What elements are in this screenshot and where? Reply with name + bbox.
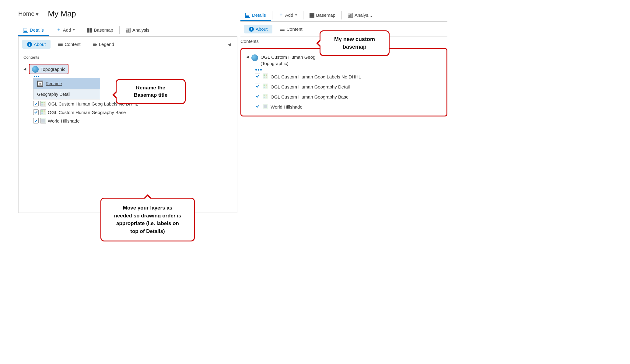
right-toolbar: Details ＋ Add ▾ Basemap Analys... — [240, 9, 447, 22]
right-dot-3 — [260, 69, 262, 71]
svg-rect-3 — [44, 104, 45, 106]
home-link[interactable]: Home ▾ — [18, 10, 39, 18]
geography-detail-label: Geography Detail — [37, 92, 70, 97]
rename-icon: Tx — [37, 81, 43, 87]
svg-rect-16 — [266, 87, 267, 88]
svg-rect-17 — [264, 95, 265, 96]
svg-rect-15 — [264, 87, 265, 88]
expand-arrow: ◀ — [23, 67, 27, 71]
left-sub-tabs: i About Content Legend ◀ — [19, 37, 237, 52]
svg-rect-0 — [41, 102, 43, 103]
right-toolbar-divider-3 — [341, 11, 342, 19]
analysis-label: Analysis — [132, 27, 149, 33]
legend-icon — [93, 43, 97, 46]
right-basemap-button[interactable]: Basemap — [305, 10, 340, 21]
legend-label: Legend — [99, 42, 114, 47]
topographic-label: Topographic — [40, 67, 65, 72]
rename-menu-item[interactable]: Tx Rename — [33, 78, 100, 89]
dot-1 — [34, 76, 35, 77]
rename-basemap-callout: Rename theBasemap title — [116, 79, 186, 104]
left-panel-content: i About Content Legend ◀ Contents — [18, 36, 237, 213]
checkbox-2[interactable] — [33, 109, 39, 115]
right-globe-icon — [251, 54, 258, 61]
svg-rect-2 — [41, 104, 43, 106]
right-add-label: Add — [285, 12, 293, 18]
right-sub-layer-2-name: OGL Custom Human Geography Detail — [271, 84, 350, 90]
add-dropdown-icon: ▾ — [73, 28, 75, 32]
right-tile-icon-4 — [263, 104, 268, 109]
right-checkbox-2[interactable] — [255, 84, 260, 89]
right-checkbox-1[interactable] — [255, 74, 260, 79]
right-tile-icon-3 — [263, 94, 268, 99]
sub-layer-2[interactable]: OGL Custom Human Geography Base — [19, 108, 237, 116]
svg-rect-19 — [264, 97, 265, 98]
right-about-label: About — [256, 26, 268, 32]
home-dropdown-icon[interactable]: ▾ — [36, 10, 39, 18]
right-sub-layer-4[interactable]: World Hillshade — [246, 102, 442, 112]
svg-rect-20 — [266, 97, 267, 98]
right-tile-icon-1 — [263, 74, 268, 79]
right-content-tab[interactable]: Content — [275, 25, 307, 33]
dots-row — [19, 75, 237, 78]
svg-rect-6 — [41, 113, 43, 114]
svg-rect-18 — [266, 95, 267, 96]
right-details-icon — [245, 13, 250, 18]
svg-rect-1 — [44, 102, 45, 103]
right-content-label: Content — [286, 26, 303, 32]
right-about-tab[interactable]: i About — [244, 25, 272, 33]
right-analysis-label: Analys... — [355, 12, 372, 18]
toolbar-divider-2 — [81, 26, 81, 34]
add-button[interactable]: ＋ Add ▾ — [51, 24, 80, 36]
right-sub-layer-1[interactable]: OGL Custom Human Geog Labels No DHHL — [246, 72, 442, 82]
right-add-icon: ＋ — [278, 12, 283, 18]
right-sub-layer-2[interactable]: OGL Custom Human Geography Detail — [246, 82, 442, 92]
layer-tile-icon-1 — [40, 101, 46, 106]
dot-3 — [38, 76, 39, 77]
add-label: Add — [63, 27, 71, 33]
right-dot-2 — [258, 69, 259, 71]
right-basemap-icon — [310, 13, 314, 18]
details-tab[interactable]: Details — [18, 25, 49, 36]
move-layers-text: Move your layers asneeded so drawing ord… — [114, 205, 181, 234]
about-label: About — [34, 42, 46, 47]
svg-rect-7 — [44, 113, 45, 114]
context-menu: Tx Rename Geography Detail — [33, 78, 100, 99]
basemap-icon — [87, 28, 92, 33]
right-analysis-icon — [348, 13, 353, 18]
info-icon: i — [27, 42, 32, 47]
right-sub-layer-3-name: OGL Custom Human Geography Base — [271, 94, 348, 100]
content-tab[interactable]: Content — [53, 40, 86, 49]
right-sub-layer-3[interactable]: OGL Custom Human Geography Base — [246, 92, 442, 102]
right-add-button[interactable]: ＋ Add ▾ — [274, 9, 302, 22]
topographic-highlighted: Topographic — [29, 64, 68, 74]
right-checkbox-4[interactable] — [255, 104, 260, 109]
right-analysis-button[interactable]: Analys... — [343, 10, 377, 21]
sub-layer-3[interactable]: World Hillshade — [19, 116, 237, 125]
checkbox-3[interactable] — [33, 118, 39, 123]
layer-tile-icon-3 — [40, 118, 46, 123]
right-details-tab[interactable]: Details — [240, 10, 271, 21]
right-expand-arrow: ◀ — [246, 55, 249, 59]
right-checkbox-3[interactable] — [255, 94, 260, 99]
app-header: Home ▾ My Map — [18, 9, 237, 19]
right-toolbar-divider-1 — [272, 11, 272, 19]
custom-basemap-callout: My new custombasemap — [320, 30, 390, 56]
analysis-button[interactable]: Analysis — [121, 25, 154, 36]
rename-label: Rename — [46, 81, 62, 86]
svg-rect-4 — [41, 110, 43, 112]
svg-rect-21 — [264, 105, 267, 108]
checkbox-1[interactable] — [33, 101, 39, 106]
right-panel: Details ＋ Add ▾ Basemap Analys... i — [240, 9, 447, 116]
right-layer-box: ◀ OGL Custom Human Geog(Topographic) — [240, 48, 447, 116]
collapse-arrow[interactable]: ◀ — [225, 41, 233, 48]
svg-rect-14 — [266, 85, 267, 86]
add-icon: ＋ — [56, 27, 61, 33]
details-label: Details — [30, 27, 44, 33]
svg-rect-9 — [264, 75, 265, 76]
svg-rect-11 — [264, 77, 265, 78]
topographic-group-row[interactable]: ◀ Topographic — [19, 63, 237, 75]
legend-tab[interactable]: Legend — [88, 40, 119, 49]
basemap-button[interactable]: Basemap — [82, 25, 118, 36]
toolbar-divider-3 — [119, 26, 120, 34]
about-tab[interactable]: i About — [22, 40, 51, 49]
